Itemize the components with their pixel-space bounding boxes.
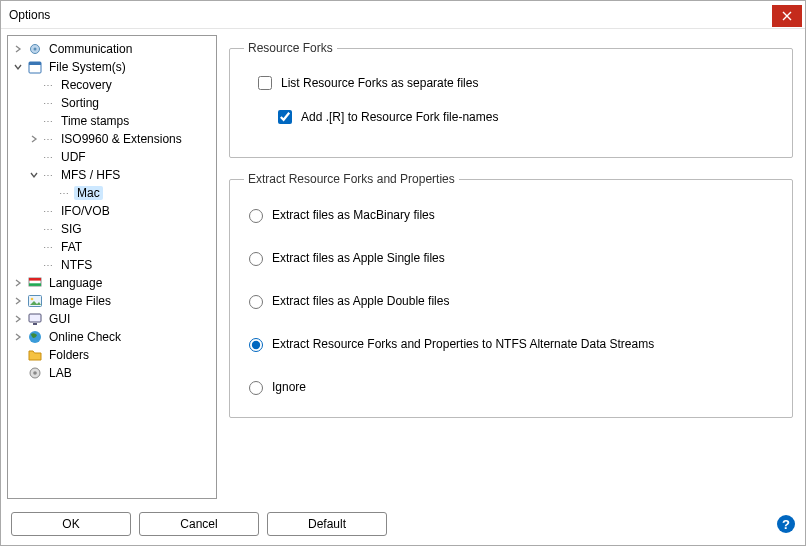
svg-point-1 bbox=[34, 48, 37, 51]
extract-option-label[interactable]: Extract files as Apple Single files bbox=[272, 251, 445, 265]
tree-branch-icon: ⋯ bbox=[43, 80, 55, 91]
ok-button[interactable]: OK bbox=[11, 512, 131, 536]
chevron-right-icon[interactable] bbox=[12, 331, 24, 343]
tree-item[interactable]: ⋯Time stamps bbox=[28, 112, 214, 130]
extract-option-radio[interactable] bbox=[249, 338, 263, 352]
tree-item-label[interactable]: ISO9960 & Extensions bbox=[58, 132, 185, 146]
tree-item-label[interactable]: File System(s) bbox=[46, 60, 129, 74]
extract-option-row: Extract files as MacBinary files bbox=[244, 206, 778, 223]
extract-option-row: Ignore bbox=[244, 378, 778, 395]
tree-item[interactable]: Image Files bbox=[12, 292, 214, 310]
tree-item[interactable]: LAB bbox=[12, 364, 214, 382]
add-r-suffix-checkbox[interactable] bbox=[278, 110, 292, 124]
extract-option-label[interactable]: Extract files as Apple Double files bbox=[272, 294, 449, 308]
tree-item[interactable]: Online Check bbox=[12, 328, 214, 346]
tree-branch-icon: ⋯ bbox=[43, 224, 55, 235]
extract-forks-group: Extract Resource Forks and Properties Ex… bbox=[229, 172, 793, 418]
tree-item-label[interactable]: MFS / HFS bbox=[58, 168, 123, 182]
add-r-suffix-label[interactable]: Add .[R] to Resource Fork file-names bbox=[301, 110, 498, 124]
tree-item[interactable]: Communication bbox=[12, 40, 214, 58]
chevron-down-icon[interactable] bbox=[12, 61, 24, 73]
extract-option-label[interactable]: Extract files as MacBinary files bbox=[272, 208, 435, 222]
tree-item-label[interactable]: Online Check bbox=[46, 330, 124, 344]
extract-option-row: Extract files as Apple Single files bbox=[244, 249, 778, 266]
globe-icon bbox=[27, 329, 43, 345]
chevron-right-icon[interactable] bbox=[12, 277, 24, 289]
tree-branch-icon: ⋯ bbox=[43, 134, 55, 145]
list-resource-forks-checkbox[interactable] bbox=[258, 76, 272, 90]
tree-branch-icon: ⋯ bbox=[43, 206, 55, 217]
tree-item[interactable]: ⋯MFS / HFS bbox=[28, 166, 214, 184]
svg-rect-9 bbox=[29, 314, 41, 322]
list-resource-forks-label[interactable]: List Resource Forks as separate files bbox=[281, 76, 478, 90]
options-window: Options CommunicationFile System(s)⋯Reco… bbox=[0, 0, 806, 546]
group-legend: Extract Resource Forks and Properties bbox=[244, 172, 459, 186]
tree-item-label[interactable]: NTFS bbox=[58, 258, 95, 272]
window-title: Options bbox=[9, 8, 772, 22]
group-legend: Resource Forks bbox=[244, 41, 337, 55]
close-icon bbox=[782, 11, 792, 21]
chevron-right-icon[interactable] bbox=[28, 133, 40, 145]
chevron-right-icon[interactable] bbox=[12, 43, 24, 55]
tree-item-label[interactable]: IFO/VOB bbox=[58, 204, 113, 218]
tree-item[interactable]: ⋯UDF bbox=[28, 148, 214, 166]
extract-option-radio[interactable] bbox=[249, 252, 263, 266]
tree-item[interactable]: ⋯ISO9960 & Extensions bbox=[28, 130, 214, 148]
cancel-button[interactable]: Cancel bbox=[139, 512, 259, 536]
list-resource-forks-row: List Resource Forks as separate files bbox=[244, 73, 778, 93]
tree-item[interactable]: ⋯SIG bbox=[28, 220, 214, 238]
extract-option-label[interactable]: Extract Resource Forks and Properties to… bbox=[272, 337, 654, 351]
tree-item[interactable]: ⋯NTFS bbox=[28, 256, 214, 274]
chevron-right-icon[interactable] bbox=[12, 313, 24, 325]
tree-item-label[interactable]: GUI bbox=[46, 312, 73, 326]
folder-icon bbox=[27, 347, 43, 363]
extract-option-label[interactable]: Ignore bbox=[272, 380, 306, 394]
tree-branch-icon: ⋯ bbox=[43, 98, 55, 109]
tree-item[interactable]: ⋯Sorting bbox=[28, 94, 214, 112]
resource-forks-group: Resource Forks List Resource Forks as se… bbox=[229, 41, 793, 158]
tree-item-label[interactable]: UDF bbox=[58, 150, 89, 164]
tree-item-label[interactable]: LAB bbox=[46, 366, 75, 380]
extract-option-radio[interactable] bbox=[249, 295, 263, 309]
monitor-icon bbox=[27, 311, 43, 327]
tree-branch-icon: ⋯ bbox=[43, 152, 55, 163]
svg-rect-3 bbox=[29, 62, 41, 65]
tree-item-label[interactable]: SIG bbox=[58, 222, 85, 236]
tree-item-label[interactable]: Sorting bbox=[58, 96, 102, 110]
tree-item[interactable]: Language bbox=[12, 274, 214, 292]
tree-item-label[interactable]: Recovery bbox=[58, 78, 115, 92]
extract-option-radio[interactable] bbox=[249, 381, 263, 395]
tree-item[interactable]: ⋯FAT bbox=[28, 238, 214, 256]
tree-item[interactable]: ⋯Mac bbox=[44, 184, 214, 202]
flag-icon bbox=[27, 275, 43, 291]
tree-item-label[interactable]: FAT bbox=[58, 240, 85, 254]
tree-item[interactable]: File System(s) bbox=[12, 58, 214, 76]
help-button[interactable]: ? bbox=[777, 515, 795, 533]
tree-item-label[interactable]: Folders bbox=[46, 348, 92, 362]
chevron-down-icon[interactable] bbox=[28, 169, 40, 181]
extract-option-row: Extract Resource Forks and Properties to… bbox=[244, 335, 778, 352]
chevron-right-icon[interactable] bbox=[12, 295, 24, 307]
tree-item[interactable]: GUI bbox=[12, 310, 214, 328]
tree-item[interactable]: ⋯Recovery bbox=[28, 76, 214, 94]
extract-option-radio[interactable] bbox=[249, 209, 263, 223]
category-tree[interactable]: CommunicationFile System(s)⋯Recovery⋯Sor… bbox=[7, 35, 217, 499]
tree-item[interactable]: Folders bbox=[12, 346, 214, 364]
tree-item-label[interactable]: Image Files bbox=[46, 294, 114, 308]
gear-icon bbox=[27, 365, 43, 381]
add-r-suffix-row: Add .[R] to Resource Fork file-names bbox=[244, 107, 778, 127]
close-button[interactable] bbox=[772, 5, 802, 27]
tree-item-label[interactable]: Mac bbox=[74, 186, 103, 200]
tree-item[interactable]: ⋯IFO/VOB bbox=[28, 202, 214, 220]
gear-users-icon bbox=[27, 41, 43, 57]
settings-panel: Resource Forks List Resource Forks as se… bbox=[223, 35, 799, 499]
tree-item-label[interactable]: Time stamps bbox=[58, 114, 132, 128]
svg-point-13 bbox=[33, 371, 37, 375]
calendar-icon bbox=[27, 59, 43, 75]
image-icon bbox=[27, 293, 43, 309]
tree-item-label[interactable]: Language bbox=[46, 276, 105, 290]
dialog-footer: OK Cancel Default ? bbox=[1, 505, 805, 545]
tree-item-label[interactable]: Communication bbox=[46, 42, 135, 56]
default-button[interactable]: Default bbox=[267, 512, 387, 536]
svg-rect-10 bbox=[33, 323, 37, 325]
